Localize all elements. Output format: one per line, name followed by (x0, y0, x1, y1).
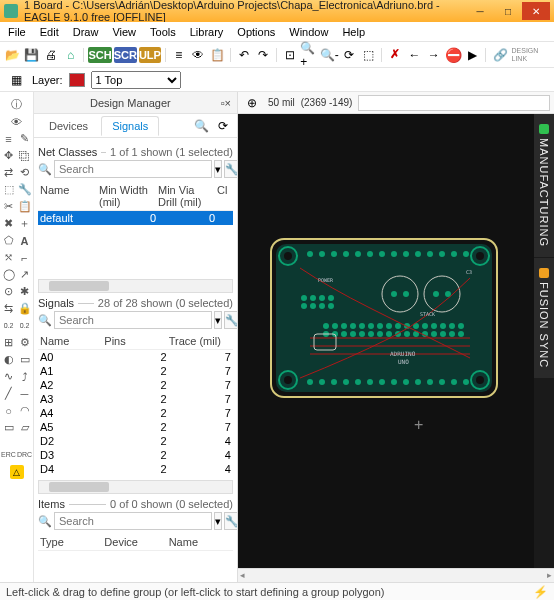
smd-tool[interactable]: ▭ (17, 351, 33, 368)
signal-row[interactable]: A027 (38, 350, 233, 364)
menu-help[interactable]: Help (336, 24, 371, 40)
menu-edit[interactable]: Edit (34, 24, 65, 40)
cancel-icon[interactable]: ✗ (386, 45, 403, 65)
zoom-redraw-icon[interactable]: ⟳ (341, 45, 358, 65)
copy-tool[interactable]: ⿻ (17, 147, 33, 164)
dm-refresh-icon[interactable]: ⟳ (213, 116, 233, 136)
col-item-type[interactable]: Type (40, 536, 102, 548)
items-filter-button[interactable]: ▾ (214, 512, 222, 530)
manufacturing-tab[interactable]: MANUFACTURING (534, 114, 554, 257)
col-item-device[interactable]: Device (104, 536, 166, 548)
signals-settings-button[interactable]: 🔧 (224, 311, 237, 329)
signal-row[interactable]: A227 (38, 378, 233, 392)
col-name[interactable]: Name (40, 184, 97, 208)
add-tool[interactable]: ＋ (17, 215, 33, 232)
col-sig-trace[interactable]: Trace (mil) (169, 335, 231, 347)
items-settings-button[interactable]: 🔧 (224, 512, 237, 530)
layers-tool[interactable]: ≡ (1, 130, 17, 147)
signals-search-input[interactable] (54, 311, 212, 329)
route2-tool[interactable]: ∿ (1, 368, 17, 385)
errors-tool[interactable]: △ (1, 463, 33, 480)
move-tool[interactable]: ✥ (1, 147, 17, 164)
via-tool[interactable]: ◯ (1, 266, 17, 283)
signal-row[interactable]: D224 (38, 434, 233, 448)
scr-button[interactable]: SCR (114, 47, 137, 63)
zoom-out-icon[interactable]: 🔍- (320, 45, 339, 65)
replace-tool[interactable]: ⇆ (1, 300, 17, 317)
ratsnest-tool[interactable]: ✱ (17, 283, 33, 300)
circle-tool[interactable]: ○ (1, 402, 17, 419)
show-tool[interactable]: 👁 (1, 113, 33, 130)
close-button[interactable]: ✕ (522, 2, 550, 20)
split-tool[interactable]: ⤲ (1, 249, 17, 266)
design-link-button[interactable]: DESIGN LINK (512, 47, 550, 63)
save-icon[interactable]: 💾 (23, 45, 40, 65)
link-icon[interactable]: 🔗 (492, 45, 509, 65)
signal-tool[interactable]: ↗ (17, 266, 33, 283)
print-icon[interactable]: 🖨 (43, 45, 60, 65)
poly2-tool[interactable]: ▱ (17, 419, 33, 436)
ripup-tool[interactable]: ⤴ (17, 368, 33, 385)
col-item-name[interactable]: Name (169, 536, 231, 548)
go-icon[interactable]: ▶ (464, 45, 481, 65)
col-sig-pins[interactable]: Pins (104, 335, 166, 347)
net-filter-button[interactable]: ▾ (214, 160, 222, 178)
arrow-right-icon[interactable]: → (425, 45, 442, 65)
sch-button[interactable]: SCH (88, 47, 111, 63)
maximize-button[interactable]: □ (494, 2, 522, 20)
signal-row[interactable]: D324 (38, 448, 233, 462)
cam-icon[interactable]: ⌂ (62, 45, 79, 65)
dm-zoom-icon[interactable]: 🔍 (191, 116, 211, 136)
wire-tool[interactable]: ╱ (1, 385, 17, 402)
tab-devices[interactable]: Devices (38, 116, 99, 136)
eye-icon[interactable]: 👁 (189, 45, 206, 65)
arrow-left-icon[interactable]: ← (406, 45, 423, 65)
net-search-input[interactable] (54, 160, 212, 178)
layer-select[interactable]: 1 Top (91, 71, 181, 89)
change-tool[interactable]: 🔧 (17, 181, 33, 198)
signal-row[interactable]: A527 (38, 420, 233, 434)
mirror-tool[interactable]: ⇄ (1, 164, 17, 181)
cut-tool[interactable]: ✂ (1, 198, 17, 215)
menu-file[interactable]: File (2, 24, 32, 40)
mark-tool[interactable]: ✎ (17, 130, 33, 147)
erc-tool[interactable]: ERC (1, 446, 17, 463)
dim1-tool[interactable]: 0.2 (1, 317, 17, 334)
menu-draw[interactable]: Draw (67, 24, 105, 40)
smash-tool[interactable]: ⚙ (17, 334, 33, 351)
ulp-button[interactable]: ULP (139, 47, 161, 63)
redo-icon[interactable]: ↷ (255, 45, 272, 65)
fusion-sync-tab[interactable]: FUSION SYNC (534, 258, 554, 378)
arc-tool[interactable]: ◠ (17, 402, 33, 419)
text-tool[interactable]: A (17, 232, 33, 249)
command-input[interactable] (358, 95, 550, 111)
dim2-tool[interactable]: 0.2 (17, 317, 33, 334)
dm-close-button[interactable]: × (225, 97, 231, 109)
net-hscroll[interactable] (38, 279, 233, 293)
polygon-tool[interactable]: ⬠ (1, 232, 17, 249)
attr-tool[interactable]: ⊞ (1, 334, 17, 351)
hole-tool[interactable]: ⊙ (1, 283, 17, 300)
tab-signals[interactable]: Signals (101, 116, 159, 136)
lock-tool[interactable]: 🔒 (17, 300, 33, 317)
minimize-button[interactable]: ─ (466, 2, 494, 20)
net-settings-button[interactable]: 🔧 (224, 160, 237, 178)
rect-tool[interactable]: ▭ (1, 419, 17, 436)
route-tool[interactable]: ⌐ (17, 249, 33, 266)
col-cl[interactable]: Cl (217, 184, 231, 208)
menu-tools[interactable]: Tools (144, 24, 182, 40)
zoom-select-icon[interactable]: ⬚ (360, 45, 377, 65)
open-icon[interactable]: 📂 (4, 45, 21, 65)
clipboard-icon[interactable]: 📋 (209, 45, 226, 65)
col-minw[interactable]: Min Width (mil) (99, 184, 156, 208)
signal-row[interactable]: A427 (38, 406, 233, 420)
layers-icon[interactable]: ≡ (170, 45, 187, 65)
zoom-fit-icon[interactable]: ⊡ (281, 45, 298, 65)
menu-view[interactable]: View (106, 24, 142, 40)
drc-tool[interactable]: DRC (17, 446, 33, 463)
zoom-in-icon[interactable]: 🔍+ (300, 45, 317, 65)
canvas-hscroll[interactable]: ◂ ▸ (238, 568, 554, 582)
signal-row[interactable]: A127 (38, 364, 233, 378)
signal-row[interactable]: D424 (38, 462, 233, 476)
grid-button[interactable]: ▦ (6, 70, 26, 90)
